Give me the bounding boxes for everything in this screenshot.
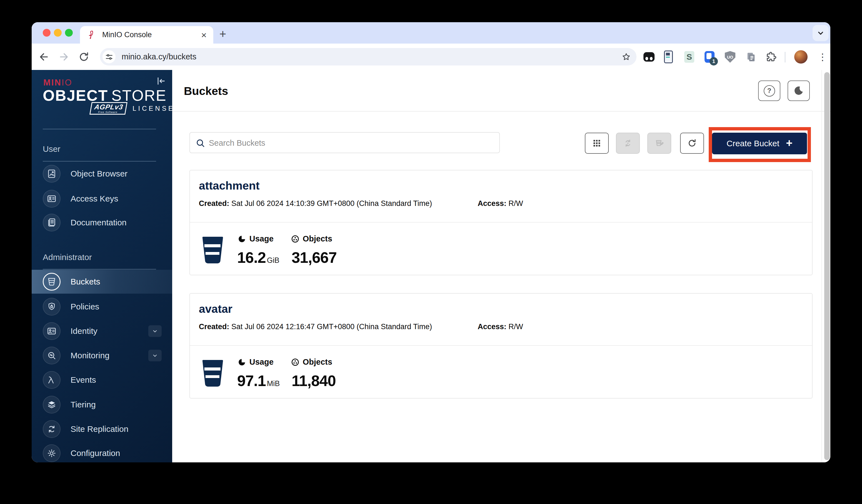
bookmark-star-icon[interactable] — [622, 52, 631, 62]
traffic-light-maximize[interactable] — [65, 29, 73, 37]
plus-icon: + — [786, 137, 792, 148]
grid-view-button[interactable] — [585, 133, 609, 154]
sidebar: MINIO OBJECTSTORE AGPLv3 Free Software L… — [32, 70, 172, 462]
page-header: Buckets ? — [172, 70, 830, 111]
divider — [43, 161, 156, 161]
image-icon — [47, 169, 57, 179]
sidebar-item-object-browser[interactable]: Object Browser — [32, 162, 172, 186]
dark-mode-toggle[interactable] — [787, 80, 810, 101]
objects-value: 31,667 — [291, 249, 337, 266]
sync-icon — [623, 138, 633, 148]
back-button[interactable] — [37, 50, 51, 64]
object-store-wordmark: OBJECTSTORE — [43, 87, 167, 104]
tab-search-button[interactable] — [812, 25, 829, 41]
toolbar-separator — [785, 52, 785, 63]
objects-icon — [291, 235, 299, 243]
objects-label: Objects — [291, 357, 332, 367]
extension-mask-icon[interactable] — [643, 51, 655, 63]
objects-value: 11,840 — [291, 372, 336, 390]
bucket-name: avatar — [199, 303, 233, 316]
tab-title: MinIO Console — [102, 30, 196, 39]
create-bucket-button[interactable]: Create Bucket + — [712, 133, 807, 154]
refresh-button[interactable] — [680, 133, 704, 154]
sidebar-item-configuration[interactable]: Configuration — [32, 441, 172, 462]
section-label-administrator: Administrator — [43, 253, 92, 262]
extension-badge: 1 — [709, 57, 718, 66]
profile-avatar[interactable] — [794, 50, 808, 64]
sidebar-item-documentation[interactable]: Documentation — [32, 211, 172, 235]
extension-ublock-icon[interactable]: UO — [724, 51, 736, 63]
collapse-sidebar-icon[interactable] — [155, 75, 167, 87]
objects-icon — [291, 358, 299, 366]
lambda-icon — [47, 375, 57, 385]
url-text: minio.aka.cy/buckets — [122, 52, 622, 61]
usage-value: 97.1MiB — [237, 372, 280, 390]
divider — [43, 269, 156, 269]
delete-buckets-button[interactable] — [647, 133, 671, 154]
sidebar-item-tiering[interactable]: Tiering — [32, 393, 172, 416]
search-input[interactable] — [208, 133, 498, 153]
usage-label: Usage — [238, 234, 274, 243]
bucket-card-avatar[interactable]: avatar Created: Sat Jul 06 2024 12:16:47… — [190, 293, 812, 399]
usage-label: Usage — [238, 357, 274, 367]
address-bar[interactable]: minio.aka.cy/buckets — [100, 48, 637, 66]
set-replication-button[interactable] — [616, 133, 640, 154]
bucket-created: Created: Sat Jul 06 2024 14:10:39 GMT+08… — [199, 199, 432, 208]
license-row: AGPLv3 Free Software LICENSE — [91, 102, 154, 115]
bucket-access: Access: R/W — [478, 199, 523, 208]
sidebar-item-site-replication[interactable]: Site Replication — [32, 417, 172, 441]
agpl-badge: AGPLv3 Free Software — [89, 102, 128, 115]
moon-icon — [793, 85, 804, 96]
main-content: Buckets ? — [172, 70, 830, 462]
sidebar-item-monitoring[interactable]: Monitoring — [32, 344, 172, 368]
sidebar-item-identity[interactable]: Identity — [32, 319, 172, 343]
expand-identity-chevron[interactable] — [148, 325, 161, 337]
sidebar-item-policies[interactable]: Policies — [32, 295, 172, 319]
browser-menu-icon[interactable]: ⋮ — [817, 50, 828, 64]
scrollbar-thumb[interactable] — [824, 72, 830, 460]
bucket-name: attachment — [199, 179, 260, 192]
new-tab-button[interactable]: + — [219, 28, 226, 40]
sidebar-item-access-keys[interactable]: Access Keys — [32, 187, 172, 211]
usage-value: 16.2GiB — [237, 249, 279, 266]
scrollbar-track — [821, 70, 822, 462]
question-icon: ? — [764, 85, 775, 96]
traffic-light-minimize[interactable] — [54, 29, 62, 37]
sidebar-item-buckets[interactable]: Buckets — [32, 270, 172, 294]
extension-phone-icon[interactable] — [662, 51, 675, 63]
bucket-card-attachment[interactable]: attachment Created: Sat Jul 06 2024 14:1… — [190, 170, 812, 275]
forward-button[interactable] — [57, 50, 70, 64]
help-button[interactable]: ? — [758, 80, 780, 101]
tab-close-icon[interactable]: × — [201, 30, 207, 40]
bucket-created: Created: Sat Jul 06 2024 12:16:47 GMT+08… — [199, 322, 432, 331]
extensions-puzzle-icon[interactable] — [765, 51, 777, 63]
id-card-icon — [47, 194, 57, 204]
traffic-light-close[interactable] — [43, 29, 51, 37]
reload-button[interactable] — [77, 50, 91, 64]
divider — [190, 345, 812, 346]
browser-toolbar: minio.aka.cy/buckets S 1 — [32, 43, 830, 70]
extension-s-icon[interactable]: S — [683, 51, 695, 63]
page-title: Buckets — [184, 85, 228, 98]
license-label: LICENSE — [132, 105, 175, 112]
replication-arrows-icon — [47, 424, 57, 434]
site-settings-icon[interactable] — [103, 50, 116, 63]
identity-card-icon — [47, 326, 57, 336]
section-label-user: User — [43, 144, 60, 154]
minio-logo: MINIO — [43, 78, 73, 88]
document-icon — [47, 217, 57, 228]
extension-copy-icon[interactable] — [745, 51, 757, 63]
divider — [190, 222, 812, 223]
browser-tab[interactable]: MinIO Console × — [80, 26, 213, 43]
layers-icon — [47, 400, 57, 410]
sidebar-item-events[interactable]: Events — [32, 368, 172, 392]
bucket-edit-icon — [654, 138, 665, 148]
monitoring-icon — [47, 350, 57, 360]
expand-monitoring-chevron[interactable] — [148, 350, 161, 361]
extension-blue-icon[interactable]: 1 — [703, 51, 716, 63]
bucket-icon-large — [199, 359, 226, 387]
refresh-icon — [687, 138, 697, 148]
minio-flamingo-favicon — [87, 30, 97, 40]
bucket-access: Access: R/W — [478, 322, 523, 331]
grid-icon — [591, 138, 602, 148]
